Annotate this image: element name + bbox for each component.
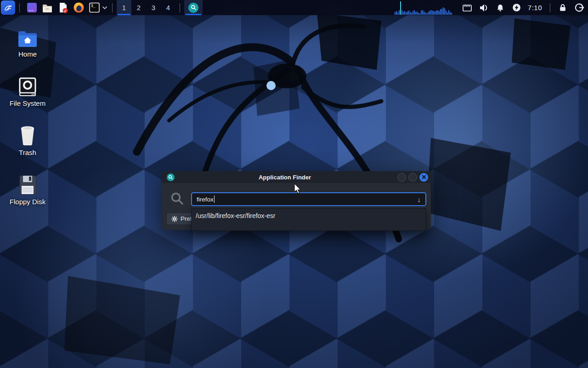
clock[interactable]: 7:10	[528, 4, 542, 12]
completion-popup: /usr/lib/firefox-esr/firefox-esr	[191, 208, 426, 231]
window-title: Application Finder	[175, 174, 395, 181]
desktop-icon-label: Trash	[6, 149, 50, 156]
text-editor-icon[interactable]	[56, 0, 70, 15]
power-manager-icon[interactable]	[511, 2, 522, 13]
appfinder-icon	[167, 173, 175, 181]
dropdown-arrow-icon[interactable]: ↓	[418, 196, 421, 203]
appfinder-task-icon	[188, 3, 198, 13]
top-panel: $_ 1234	[0, 0, 588, 15]
cpu-graph[interactable]	[395, 0, 453, 15]
home-folder-icon	[6, 26, 50, 47]
app-window-icon[interactable]	[25, 0, 39, 15]
cpu-bar	[436, 11, 437, 15]
completion-result[interactable]: /usr/lib/firefox-esr/firefox-esr	[196, 212, 422, 219]
panel-separator	[19, 3, 20, 12]
cpu-bar	[421, 11, 422, 15]
network-icon[interactable]	[462, 2, 473, 13]
text-cursor	[214, 196, 215, 203]
terminal-prompt-glyph: $_	[91, 4, 96, 8]
cpu-bar	[432, 11, 433, 15]
desktop-icon-trash[interactable]: Trash	[6, 125, 50, 156]
cpu-bar	[425, 12, 426, 15]
cpu-bar	[433, 11, 434, 15]
cpu-bar	[429, 11, 430, 15]
panel-separator	[180, 3, 180, 12]
maximize-button[interactable]	[408, 173, 417, 182]
trash-icon	[6, 125, 50, 146]
cpu-bar	[406, 12, 407, 15]
desktop-icon-label: Floppy Disk	[6, 198, 50, 206]
cpu-bar	[424, 12, 424, 15]
cpu-bar	[428, 12, 429, 15]
lock-icon[interactable]	[557, 2, 569, 14]
workspace-button-1[interactable]: 1	[117, 0, 131, 15]
cpu-bar	[437, 10, 438, 15]
cpu-bar	[413, 11, 413, 15]
volume-icon[interactable]	[478, 2, 489, 13]
cpu-bar	[396, 11, 397, 15]
cpu-bar	[440, 9, 441, 15]
cpu-bar	[441, 9, 442, 15]
cpu-bar	[399, 10, 400, 15]
cpu-bar	[443, 7, 444, 15]
desktop-icon-floppy-disk[interactable]: Floppy Disk	[6, 174, 50, 206]
search-input[interactable]: firefox ↓	[191, 192, 426, 206]
cpu-bar	[447, 12, 448, 15]
logout-icon[interactable]	[573, 2, 585, 14]
file-system-icon	[6, 75, 50, 97]
chevron-down-icon[interactable]	[102, 6, 107, 10]
cpu-bar	[404, 11, 405, 15]
cpu-bar	[417, 12, 418, 15]
cpu-bar	[414, 10, 415, 15]
cpu-bar	[411, 13, 412, 15]
workspace-switcher: 1234	[117, 0, 175, 15]
cpu-bar	[451, 13, 452, 15]
cpu-bar	[430, 10, 431, 15]
workspace-button-2[interactable]: 2	[131, 0, 146, 15]
workspace-button-3[interactable]: 3	[146, 0, 161, 15]
cpu-bar	[407, 12, 408, 15]
cpu-bar	[415, 12, 416, 15]
cpu-bar	[426, 13, 427, 15]
cpu-bar	[435, 12, 435, 15]
desktop-icon-file-system[interactable]: File System	[6, 75, 50, 107]
cpu-bar	[401, 10, 402, 15]
notifications-icon[interactable]	[495, 2, 506, 13]
cpu-bar	[448, 10, 449, 15]
file-manager-icon[interactable]	[40, 0, 54, 15]
workspace-button-4[interactable]: 4	[161, 0, 175, 15]
cpu-bar	[450, 12, 451, 15]
cpu-bar	[422, 10, 423, 15]
cpu-bar	[419, 13, 420, 15]
terminal-icon[interactable]: $_	[87, 0, 101, 15]
search-icon	[170, 191, 185, 208]
cpu-bar	[397, 12, 398, 15]
gear-icon	[171, 216, 178, 222]
cpu-bar	[408, 11, 409, 15]
firefox-icon[interactable]	[72, 0, 85, 15]
panel-separator	[550, 3, 550, 12]
titlebar[interactable]: Application Finder	[162, 171, 431, 183]
cpu-bar	[403, 12, 404, 15]
cpu-bar	[439, 11, 440, 15]
cpu-bar	[418, 13, 419, 15]
cpu-bar	[395, 12, 396, 15]
cpu-bar	[400, 1, 401, 15]
desktop-icon-label: File System	[6, 99, 50, 107]
cpu-bar	[444, 8, 445, 15]
cpu-bar	[446, 11, 447, 15]
panel-separator	[112, 3, 113, 12]
floppy-disk-icon	[6, 174, 50, 195]
kali-menu-icon[interactable]	[1, 0, 15, 15]
desktop-icon-label: Home	[6, 50, 50, 58]
desktop-icon-home[interactable]: Home	[6, 26, 50, 58]
search-input-value: firefox	[197, 196, 214, 203]
close-button[interactable]	[419, 173, 428, 182]
minimize-button[interactable]	[397, 173, 406, 182]
cpu-bar	[410, 12, 411, 15]
taskbar-appfinder-button[interactable]	[184, 0, 203, 15]
